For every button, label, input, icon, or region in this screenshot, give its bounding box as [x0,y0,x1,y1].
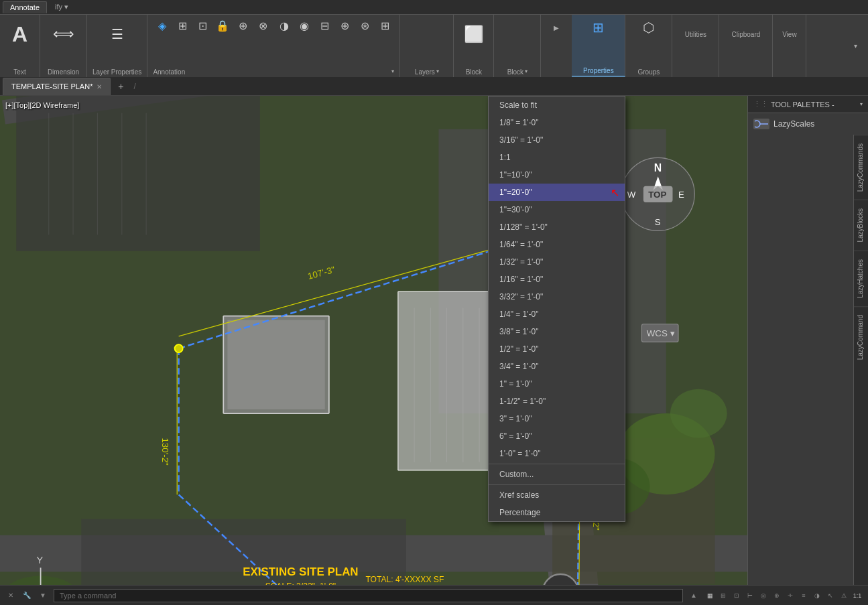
layer-icon-6[interactable]: ⊗ [253,17,272,33]
side-tab-lazy-command[interactable]: LazyCommand [854,306,868,368]
layer-icon-8[interactable]: ◉ [295,17,314,33]
snap-icon[interactable]: ⊡ [731,590,742,601]
scale-item-3-32[interactable]: 3/32" = 1'-0" [489,288,625,306]
otrack-icon[interactable]: ⟛ [785,590,796,601]
layer-icon-3[interactable]: ⊡ [193,17,212,33]
status-icon-menu[interactable]: ▼ [38,590,48,601]
scale-item-1ft-1ft[interactable]: 1'-0" = 1'-0" [489,445,625,462]
groups-tab-icon[interactable]: ⬡ [639,17,659,38]
scale-item-1-2[interactable]: 1/2" = 1'-0" [489,340,625,358]
layer-props-icons: ☰ [105,17,129,51]
dimension-icon[interactable]: ⟺ [52,17,76,51]
transparency-icon[interactable]: ◑ [812,590,822,601]
scale-item-1-20[interactable]: 1"=20'-0" ↖ [489,184,625,201]
scale-item-1-1-ft[interactable]: 1" = 1'-0" [489,375,625,393]
status-icon-expand[interactable]: ▲ [688,590,699,601]
properties-tab-label: Properties [583,67,614,74]
layer-icon-7[interactable]: ◑ [275,17,294,33]
ribbon-end-dropdown[interactable]: ▾ [845,36,865,56]
utilities-tab-label: Utilities [685,31,706,38]
scale-item-xref[interactable]: Xref scales [489,486,625,504]
ribbon-group-groups[interactable]: ⬡ Groups [625,15,672,77]
tab-close-button[interactable]: ✕ [97,83,102,90]
layer-properties-icon[interactable]: ☰ [105,17,129,51]
scale-item-1-10[interactable]: 1"=10'-0" [489,166,625,184]
layer-icon-12[interactable]: ⊞ [375,17,394,33]
units-icon[interactable]: 1:1 [852,590,863,601]
layer-icon-10[interactable]: ⊕ [335,17,354,33]
command-input[interactable] [54,589,683,602]
active-tab[interactable]: TEMPLATE-SITE PLAN* ✕ [3,78,111,95]
lazy-scales-item[interactable]: LazyScales [748,113,868,135]
new-tab-button[interactable]: + [113,79,128,94]
side-tab-lazy-hatches[interactable]: LazyHatches [854,251,868,306]
ribbon-group-arrow: ▶ [541,15,572,77]
svg-rect-19 [227,320,324,409]
viewport[interactable]: [+][Top][2D Wireframe] [0,96,747,585]
ribbon-group-clipboard[interactable]: Clipboard [719,15,773,77]
svg-text:WCS ▾: WCS ▾ [647,328,675,338]
scale-item-1-1[interactable]: 1:1 [489,149,625,166]
scale-item-1-16[interactable]: 1/16" = 1'-0" [489,271,625,288]
tab-ify[interactable]: ify ▾ [48,1,75,13]
side-tab-lazy-commands[interactable]: LazyCommands [854,135,868,200]
tool-palettes-arrow[interactable]: ▾ [860,101,863,107]
side-tab-lazy-blocks[interactable]: LazyBlocks [854,200,868,251]
scale-item-1-30[interactable]: 1"=30'-0" [489,201,625,218]
layer-icon-11[interactable]: ⊛ [355,17,374,33]
ribbon-group-utilities[interactable]: Utilities [672,15,719,77]
viewport-mode-label: [+][Top][2D Wireframe] [5,101,79,109]
annotation-dropdown-arrow[interactable]: ▾ [391,68,394,74]
dimension-label: Dimension [48,68,79,76]
palette-grip[interactable]: ⋮⋮ [753,100,768,109]
layers-dropdown-arrow[interactable]: ▾ [436,68,439,74]
status-icon-wrench[interactable]: 🔧 [21,590,32,601]
layers-icons: ◈ ⊞ ⊡ 🔒 ⊕ ⊗ ◑ ◉ ⊟ ⊕ ⊛ ⊞ [153,17,394,33]
grid-icon[interactable]: ⊞ [718,590,729,601]
block-dropdown-arrow[interactable]: ▾ [525,68,528,74]
scale-item-1-64[interactable]: 1/64" = 1'-0" [489,236,625,253]
text-icons: A [8,17,32,51]
status-icons-row: ▦ ⊞ ⊡ ⊢ ◎ ⊕ ⟛ ≡ ◑ ↖ ⚠ 1:1 [704,590,863,601]
selection-icon[interactable]: ↖ [825,590,836,601]
scale-item-custom[interactable]: Custom... [489,466,625,483]
scale-item-3-4[interactable]: 3/4" = 1'-0" [489,358,625,375]
scale-item-1-8[interactable]: 1/8" = 1'-0" [489,114,625,131]
scale-item-scale-to-fit[interactable]: Scale to fit [489,96,625,114]
ribbon-end-arrow: ▾ [843,15,868,77]
scale-item-percentage[interactable]: Percentage [489,504,625,521]
scale-item-3-8[interactable]: 3/8" = 1'-0" [489,323,625,340]
status-icon-close[interactable]: ✕ [5,590,16,601]
scale-item-1-5[interactable]: 1-1/2" = 1'-0" [489,393,625,410]
polar-icon[interactable]: ◎ [758,590,769,601]
scale-item-6-1[interactable]: 6" = 1'-0" [489,427,625,445]
scale-item-1-4[interactable]: 1/4" = 1'-0" [489,306,625,323]
layer-icon-9[interactable]: ⊟ [315,17,334,33]
ribbon-scroll-right[interactable]: ▶ [546,17,566,38]
annotation-monitor-icon[interactable]: ⚠ [839,590,849,601]
ortho-icon[interactable]: ⊢ [745,590,755,601]
scale-item-1-32[interactable]: 1/32" = 1'-0" [489,253,625,271]
model-space-icon[interactable]: ▦ [704,590,715,601]
svg-text:W: W [627,190,636,200]
layer-icon-4[interactable]: 🔒 [213,17,232,33]
text-icon[interactable]: A [8,17,32,51]
svg-rect-4 [16,96,260,251]
properties-tab-icon[interactable]: ⊞ [588,17,609,38]
osnap-icon[interactable]: ⊕ [771,590,782,601]
scale-dropdown: Scale to fit 1/8" = 1'-0" 3/16" = 1'-0" … [488,96,625,522]
lineweight-icon[interactable]: ≡ [798,590,809,601]
tab-annotate[interactable]: Annotate [3,1,47,13]
ribbon-group-view[interactable]: View [773,15,806,77]
insert-icon[interactable]: ⬜ [462,17,486,51]
layer-icon-2[interactable]: ⊞ [173,17,192,33]
insert-icons: ⬜ [462,17,486,51]
layer-icon-5[interactable]: ⊕ [233,17,252,33]
dropdown-divider-2 [489,484,625,485]
scale-item-1-128[interactable]: 1/128" = 1'-0" [489,218,625,236]
scale-item-3-16[interactable]: 3/16" = 1'-0" [489,131,625,149]
svg-point-44 [175,344,183,352]
ribbon-group-properties[interactable]: ⊞ Properties [572,15,625,77]
scale-item-3-1[interactable]: 3" = 1'-0" [489,410,625,427]
layer-icon-1[interactable]: ◈ [153,17,172,33]
